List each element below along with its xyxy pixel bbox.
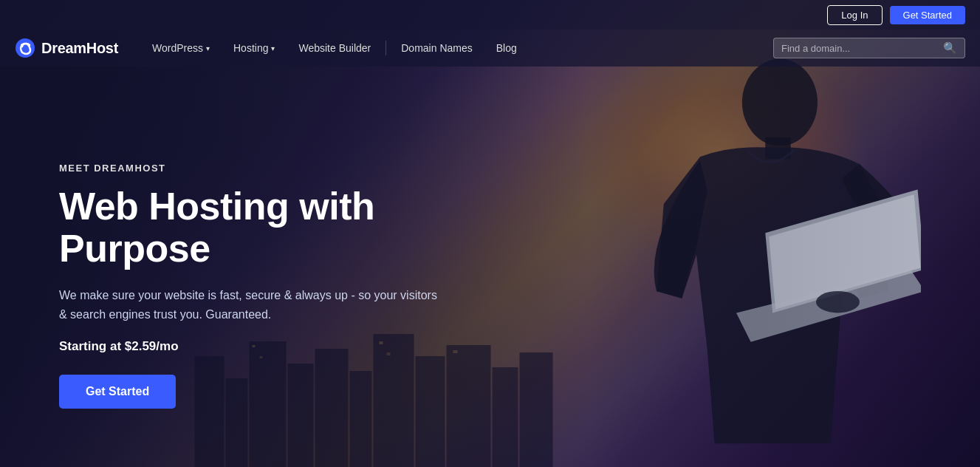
hero-eyebrow: MEET DREAMHOST xyxy=(59,163,487,174)
nav-item-domain-names[interactable]: Domain Names xyxy=(389,30,484,67)
navbar: DreamHost WordPress ▾ Hosting ▾ Website … xyxy=(0,30,980,67)
domain-search-input[interactable] xyxy=(781,43,937,54)
brand-name: DreamHost xyxy=(41,40,118,57)
nav-item-website-builder[interactable]: Website Builder xyxy=(287,30,383,67)
dreamhost-logo-icon xyxy=(15,38,35,58)
nav-divider xyxy=(386,41,386,55)
hero-get-started-button[interactable]: Get Started xyxy=(59,375,176,409)
login-button[interactable]: Log In xyxy=(827,5,882,25)
nav-item-blog[interactable]: Blog xyxy=(484,30,529,67)
hero-content: MEET DREAMHOST Web Hosting with Purpose … xyxy=(59,163,487,409)
hero-description: We make sure your website is fast, secur… xyxy=(59,286,443,324)
hero-title: Web Hosting with Purpose xyxy=(59,185,487,270)
search-icon[interactable]: 🔍 xyxy=(943,41,957,55)
hero-price: Starting at $2.59/mo xyxy=(59,339,487,354)
nav-links: WordPress ▾ Hosting ▾ Website Builder Do… xyxy=(140,30,773,67)
topbar: Log In Get Started xyxy=(0,0,980,30)
nav-item-hosting[interactable]: Hosting ▾ xyxy=(222,30,287,67)
brand-logo-link[interactable]: DreamHost xyxy=(15,38,118,58)
chevron-down-icon: ▾ xyxy=(271,44,275,52)
nav-item-wordpress[interactable]: WordPress ▾ xyxy=(140,30,222,67)
hero-section: Log In Get Started DreamHost WordPress ▾… xyxy=(0,0,980,467)
domain-search-bar: 🔍 xyxy=(773,38,965,58)
svg-point-20 xyxy=(21,44,24,47)
chevron-down-icon: ▾ xyxy=(206,44,210,52)
get-started-top-button[interactable]: Get Started xyxy=(890,6,965,24)
